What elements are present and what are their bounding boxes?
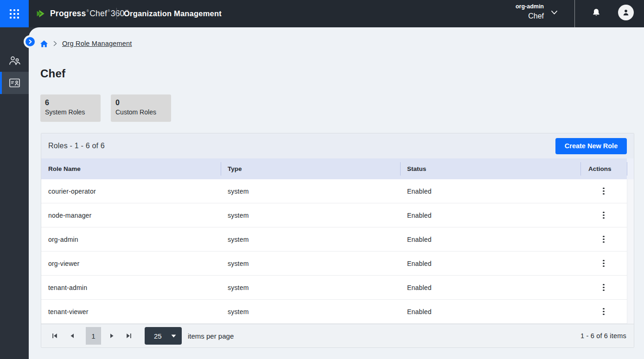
type-cell: system	[221, 212, 400, 219]
stat-label: Custom Roles	[115, 108, 171, 116]
chevron-right-icon	[53, 41, 57, 46]
column-divider	[221, 162, 221, 176]
page-size-select[interactable]: 25	[145, 327, 182, 345]
table-header-gutter	[627, 158, 634, 179]
type-cell: system	[221, 260, 400, 267]
row-actions-menu-button[interactable]	[597, 281, 610, 295]
type-cell: system	[221, 188, 400, 195]
actions-cell	[580, 208, 627, 222]
role-name-cell: org-viewer	[41, 260, 221, 267]
org-switcher-chevron[interactable]	[550, 8, 558, 17]
table-row: tenant-admin system Enabled	[41, 276, 627, 300]
stat-card-custom-roles: 0 Custom Roles	[111, 94, 171, 122]
notifications-button[interactable]	[590, 6, 603, 20]
page-range-label: 1 - 6 of 6 items	[580, 332, 626, 340]
role-name-cell: org-admin	[41, 236, 221, 243]
column-header-actions: Actions	[580, 158, 627, 179]
stat-value: 0	[115, 99, 171, 107]
chevron-left-icon	[70, 333, 75, 339]
status-cell: Enabled	[400, 260, 580, 267]
id-badge-icon	[9, 78, 20, 88]
role-name-cell: tenant-admin	[41, 284, 221, 291]
status-cell: Enabled	[400, 188, 580, 195]
actions-cell	[580, 233, 627, 246]
home-icon	[40, 40, 48, 48]
first-page-icon	[51, 333, 58, 339]
status-cell: Enabled	[400, 308, 580, 315]
roles-panel: Roles - 1 - 6 of 6 Create New Role Role …	[41, 133, 634, 348]
type-cell: system	[221, 236, 400, 243]
panel-header: Roles - 1 - 6 of 6 Create New Role	[41, 133, 634, 158]
last-page-button[interactable]	[123, 330, 135, 342]
row-actions-menu-button[interactable]	[597, 184, 610, 198]
stat-card-system-roles: 6 System Roles	[40, 94, 101, 122]
table-body: courier-operator system Enabled node-man…	[41, 179, 634, 324]
type-cell: system	[221, 284, 400, 291]
user-icon	[621, 8, 631, 17]
previous-page-button[interactable]	[66, 330, 78, 342]
table-row: node-manager system Enabled	[41, 203, 627, 227]
page-size-value: 25	[154, 332, 162, 340]
status-cell: Enabled	[400, 284, 580, 291]
app-launcher-button[interactable]	[0, 0, 29, 27]
stat-label: System Roles	[45, 108, 101, 116]
panel-title: Roles - 1 - 6 of 6	[48, 142, 105, 150]
sidebar-item-users[interactable]	[0, 50, 29, 72]
breadcrumb-home-link[interactable]	[40, 40, 48, 48]
stat-value: 6	[45, 99, 101, 107]
table-row: org-admin system Enabled	[41, 227, 627, 252]
actions-cell	[580, 184, 627, 198]
vertical-scrollbar-track[interactable]	[627, 179, 634, 324]
chevron-right-icon	[28, 39, 32, 44]
breadcrumb-link-org-role-management[interactable]: Org Role Management	[62, 40, 132, 47]
last-page-icon	[126, 333, 132, 339]
chevron-right-icon	[109, 333, 115, 339]
stat-cards: 6 System Roles 0 Custom Roles	[40, 94, 171, 122]
topbar-section-divider	[574, 0, 575, 27]
page-title: Chef	[40, 67, 65, 80]
role-name-cell: courier-operator	[41, 188, 221, 195]
topbar-divider	[116, 8, 117, 19]
status-cell: Enabled	[400, 236, 580, 243]
row-actions-menu-button[interactable]	[597, 257, 610, 271]
column-header-status: Status	[400, 158, 580, 179]
current-page-button[interactable]: 1	[86, 327, 101, 345]
items-per-page-label: items per page	[188, 332, 234, 340]
table-row: org-viewer system Enabled	[41, 252, 627, 276]
caret-down-icon	[171, 334, 176, 338]
type-cell: system	[221, 308, 400, 315]
status-cell: Enabled	[400, 212, 580, 219]
sidebar	[0, 27, 29, 359]
bell-icon	[591, 7, 601, 19]
avatar[interactable]	[618, 5, 634, 20]
breadcrumb: Org Role Management	[40, 39, 132, 48]
actions-cell	[580, 281, 627, 295]
actions-cell	[580, 305, 627, 319]
column-divider	[627, 162, 627, 176]
progress-logo-icon	[35, 8, 47, 20]
first-page-button[interactable]	[49, 330, 61, 342]
table-pager: 1 25 items per page 1 - 6 of 6 items	[41, 324, 634, 347]
chevron-down-icon	[551, 10, 558, 15]
row-actions-menu-button[interactable]	[597, 305, 610, 319]
org-switcher[interactable]: org-admin Chef	[516, 3, 544, 20]
next-page-button[interactable]	[106, 330, 118, 342]
main-content: Org Role Management Chef 6 System Roles …	[29, 27, 644, 359]
role-name-cell: tenant-viewer	[41, 308, 221, 315]
row-actions-menu-button[interactable]	[597, 208, 610, 222]
role-name-cell: node-manager	[41, 212, 221, 219]
create-new-role-button[interactable]: Create New Role	[555, 138, 627, 154]
org-name-label: Chef	[516, 12, 544, 20]
topbar: Progress®Chef®360™ Organization Manageme…	[0, 0, 644, 27]
table-row: tenant-viewer system Enabled	[41, 300, 627, 324]
brand-logo: Progress®Chef®360™	[35, 0, 129, 27]
column-header-type: Type	[221, 158, 400, 179]
sidebar-item-org-roles[interactable]	[0, 72, 29, 94]
column-header-role-name: Role Name	[41, 158, 221, 179]
row-actions-menu-button[interactable]	[597, 233, 610, 246]
people-icon	[8, 55, 21, 66]
column-divider	[580, 162, 581, 176]
table-row: courier-operator system Enabled	[41, 179, 627, 203]
user-role-label: org-admin	[516, 3, 544, 11]
sidebar-expand-button[interactable]	[26, 37, 35, 46]
